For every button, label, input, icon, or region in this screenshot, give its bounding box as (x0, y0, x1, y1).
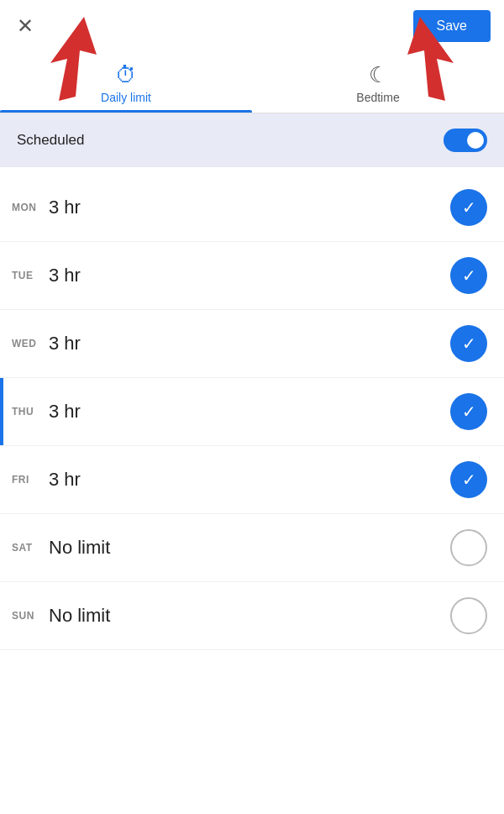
day-abbr-sun: SUN (12, 610, 49, 622)
moon-icon: ☾ (369, 64, 388, 86)
day-check-thu[interactable]: ✓ (450, 393, 487, 430)
day-check-mon[interactable]: ✓ (450, 189, 487, 226)
day-check-wed[interactable]: ✓ (450, 325, 487, 362)
day-abbr-mon: MON (12, 202, 49, 213)
day-limit-mon[interactable]: 3 hr (49, 197, 450, 218)
day-rows-list: MON3 hr✓TUE3 hr✓WED3 hr✓THU3 hr✓FRI3 hr✓… (0, 174, 504, 650)
day-row-sun: SUNNo limit (0, 582, 504, 650)
tab-bar: ⏱ Daily limit ☾ Bedtime (0, 52, 504, 113)
checkmark-icon: ✓ (462, 403, 476, 420)
tab-daily-limit-label: Daily limit (101, 91, 151, 104)
tab-bedtime-label: Bedtime (356, 91, 399, 104)
day-abbr-fri: FRI (12, 474, 49, 486)
day-limit-sat[interactable]: No limit (49, 537, 450, 559)
tab-bedtime[interactable]: ☾ Bedtime (252, 52, 504, 113)
save-button[interactable]: Save (413, 10, 491, 42)
scheduled-toggle[interactable] (444, 129, 487, 152)
checkmark-icon: ✓ (462, 335, 476, 352)
close-button[interactable]: ✕ (13, 13, 37, 39)
day-limit-tue[interactable]: 3 hr (49, 265, 450, 286)
day-check-tue[interactable]: ✓ (450, 257, 487, 294)
checkmark-icon: ✓ (462, 471, 476, 488)
day-row-mon: MON3 hr✓ (0, 174, 504, 242)
day-abbr-wed: WED (12, 338, 49, 349)
scheduled-label: Scheduled (17, 132, 84, 149)
day-row-thu: THU3 hr✓ (0, 378, 504, 446)
day-abbr-sat: SAT (12, 542, 49, 554)
day-limit-wed[interactable]: 3 hr (49, 333, 450, 354)
day-row-fri: FRI3 hr✓ (0, 446, 504, 514)
day-limit-thu[interactable]: 3 hr (49, 401, 450, 423)
app-header: ✕ Save (0, 0, 504, 52)
day-row-tue: TUE3 hr✓ (0, 242, 504, 310)
day-row-sat: SATNo limit (0, 514, 504, 582)
day-row-wed: WED3 hr✓ (0, 310, 504, 378)
scheduled-row: Scheduled (0, 113, 504, 167)
toggle-thumb (467, 132, 484, 149)
day-check-fri[interactable]: ✓ (450, 461, 487, 498)
day-check-sun[interactable] (450, 597, 487, 634)
checkmark-icon: ✓ (462, 267, 476, 284)
timer-icon: ⏱ (115, 64, 137, 86)
day-abbr-tue: TUE (12, 270, 49, 281)
tab-daily-limit[interactable]: ⏱ Daily limit (0, 52, 252, 113)
day-limit-fri[interactable]: 3 hr (49, 469, 450, 491)
day-abbr-thu: THU (12, 406, 49, 418)
day-limit-sun[interactable]: No limit (49, 605, 450, 627)
checkmark-icon: ✓ (462, 199, 476, 216)
day-check-sat[interactable] (450, 529, 487, 566)
